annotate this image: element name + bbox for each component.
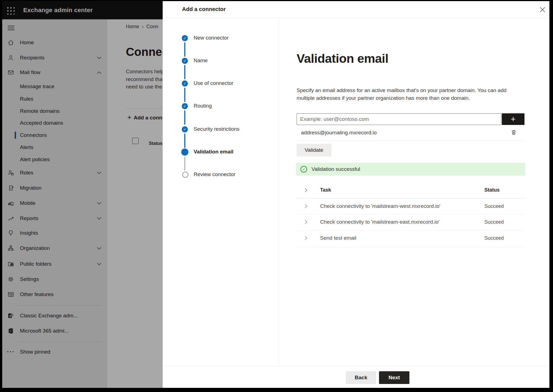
step-connector-line: [184, 157, 185, 171]
app-window: Exchange admin center Home Recipients Ma…: [2, 1, 549, 388]
divider: [163, 18, 549, 18]
next-button[interactable]: Next: [379, 371, 409, 384]
task-cell: Check connectivity to 'mailstream-west.m…: [320, 203, 440, 209]
close-icon[interactable]: [538, 6, 547, 14]
chevron-right-icon[interactable]: [304, 188, 309, 192]
delete-address-icon[interactable]: [510, 129, 517, 136]
task-column-header: Task: [320, 187, 331, 193]
divider: [297, 247, 525, 247]
back-button[interactable]: Back: [346, 371, 376, 384]
chevron-right-icon[interactable]: [304, 220, 309, 224]
chevron-right-icon[interactable]: [304, 236, 309, 240]
validation-success-banner: ✓ Validation successful: [296, 163, 525, 176]
step-done-icon: ✓: [182, 80, 188, 87]
step-connector-line: [184, 110, 185, 125]
status-cell: Succeed: [484, 203, 504, 209]
success-check-icon: ✓: [300, 166, 307, 173]
step-heading: Validation email: [297, 51, 388, 66]
step-connector-line: [184, 65, 185, 79]
task-cell: Check connectivity to 'mailstream-east.m…: [320, 219, 440, 225]
modal-backdrop: [2, 1, 163, 388]
divider: [297, 198, 525, 198]
step-description-line: multiple addresses if your partner organ…: [297, 95, 470, 101]
step-done-icon: ✓: [182, 58, 188, 64]
divider: [297, 141, 525, 141]
step-done-icon: ✓: [182, 35, 188, 41]
add-connector-dialog: Add a connector ✓ New connector ✓ Name ✓…: [163, 1, 549, 388]
divider: [163, 366, 549, 366]
plus-icon: +: [511, 114, 516, 124]
validate-button[interactable]: Validate: [297, 144, 331, 156]
step-done-icon: ✓: [182, 126, 188, 132]
step-description-line: Specify an email address for an active m…: [297, 87, 507, 93]
step-todo-icon: [182, 172, 188, 178]
step-connector-line: [184, 134, 185, 148]
step-current-icon: [181, 148, 188, 156]
status-cell: Succeed: [484, 235, 504, 241]
status-column-header: Status: [484, 187, 500, 193]
step-done-icon: ✓: [182, 103, 188, 109]
email-address-input[interactable]: [297, 113, 501, 125]
step-connector-line: [184, 88, 185, 102]
chevron-right-icon[interactable]: [304, 204, 309, 208]
add-email-button[interactable]: +: [502, 113, 525, 125]
status-cell: Succeed: [484, 219, 504, 225]
divider: [297, 230, 525, 231]
task-cell: Send test email: [320, 235, 356, 241]
dialog-title: Add a connector: [182, 6, 226, 12]
divider: [297, 214, 525, 215]
added-email-address: address@journaling.mxrecord.io: [301, 130, 377, 136]
divider: [279, 18, 279, 366]
success-message: Validation successful: [311, 166, 360, 172]
step-connector-line: [184, 42, 185, 57]
